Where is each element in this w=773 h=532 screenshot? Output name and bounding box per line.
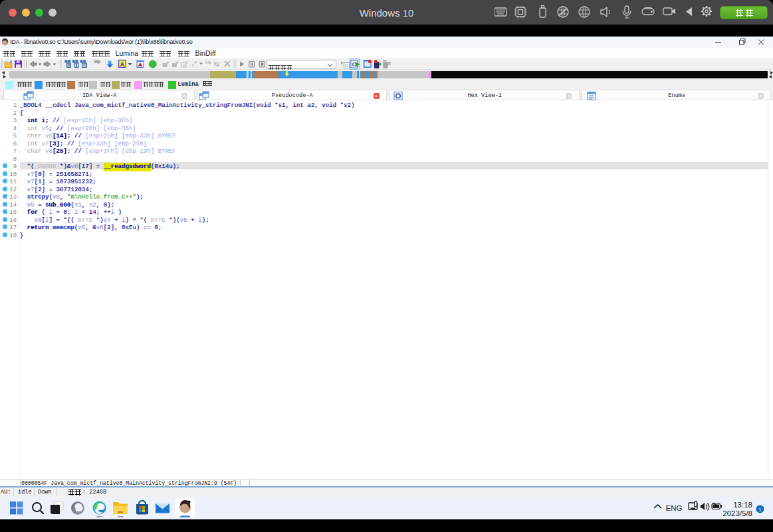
svg-text:A: A	[120, 61, 124, 68]
svg-text:C: C	[352, 61, 356, 68]
svg-text:A: A	[183, 63, 185, 67]
svg-text:2023/5/8: 2023/5/8	[722, 509, 752, 517]
svg-text:1: 1	[758, 507, 762, 513]
svg-text:ENG: ENG	[666, 504, 683, 512]
svg-text:s: s	[192, 62, 195, 67]
svg-text:C: C	[345, 63, 348, 68]
svg-text:13:18: 13:18	[733, 501, 752, 509]
